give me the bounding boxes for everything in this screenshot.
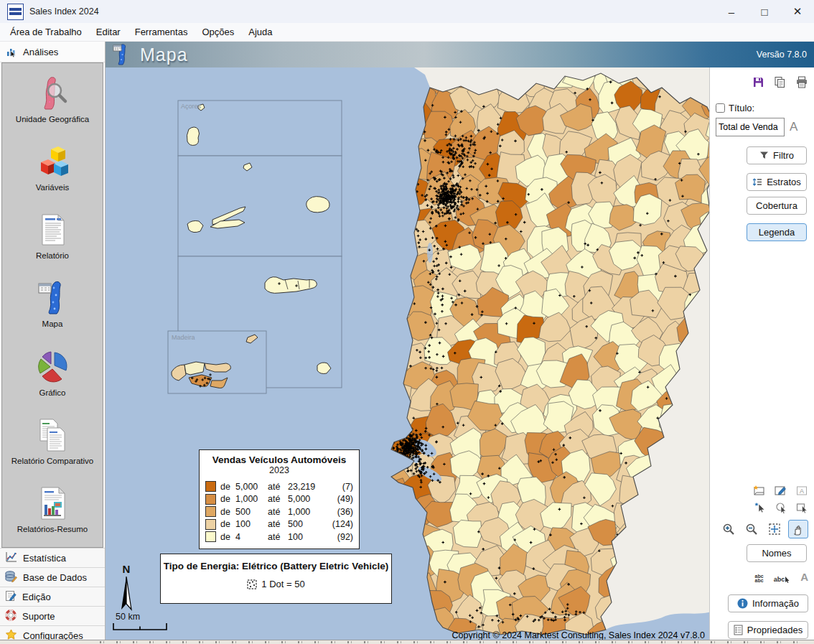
legenda-button[interactable]: Legenda [747,223,807,241]
inset-label: Madeira [172,334,195,341]
bottom-status-strip [0,640,814,644]
sidebar-tool-relatorios-resumo[interactable]: Relatórios-Resumo [2,486,103,534]
relatorio-comparativo-icon [36,418,69,454]
map-info-box: Tipo de Energia: Elétrico (Battery Eletr… [160,554,392,604]
sidebar-header-analises[interactable]: Análises [0,42,105,62]
map-canvas[interactable]: AçoresMadeira Vendas Veículos Automóveis… [106,67,709,644]
text-annotation-icon[interactable]: A [795,485,808,496]
sidebar-section-suporte[interactable]: Suporte [0,606,105,625]
informacao-button[interactable]: Informação [728,594,808,612]
sidebar-section-edicao[interactable]: Edição [0,587,105,606]
estratos-button[interactable]: Estratos [747,173,807,191]
version-label: Versão 7.8.0 [757,50,807,60]
scale-bar: 50 km [111,612,169,634]
pan-hand-button[interactable] [788,520,808,538]
legend-row-1: de1,000até5,000(49) [205,493,353,506]
info-icon [737,598,748,609]
menu-item-4[interactable]: Ajuda [241,24,279,39]
legend-swatch [205,506,216,517]
select-rect-cursor-icon[interactable] [796,502,808,514]
sidebar-tool-relatorio-comparativo[interactable]: Relatório Comparativo [2,418,103,466]
sidebar-tool-variaveis[interactable]: Variáveis [2,144,103,192]
legend-title: Vendas Veículos Automóveis [205,454,353,465]
cobertura-button[interactable]: Cobertura [747,197,807,215]
titulo-input[interactable] [716,118,785,136]
propriedades-button[interactable]: Propriedades [728,621,808,639]
section-label: Base de Dados [23,572,87,583]
titulo-label: Título: [729,103,754,113]
right-panel: Título: A Filtro Estratos Cob [709,67,814,644]
menu-item-1[interactable]: Editar [89,24,128,39]
legend-row-4: de4até100(92) [205,531,353,543]
menu-item-3[interactable]: Opções [195,24,241,39]
base-de-dados-icon [5,571,17,584]
variaveis-icon [35,144,70,181]
tool-label: Relatório [36,251,69,261]
label-select-icon[interactable]: abc [774,577,791,583]
svg-text:A: A [800,487,804,495]
sidebar-section-estatistica[interactable]: Estatística [0,548,105,567]
legend-swatch [205,531,216,542]
font-button[interactable]: A [790,120,797,134]
legend-row-0: de5,000até23,219(7) [205,480,353,493]
close-button[interactable]: ✕ [781,0,814,23]
sort-layers-icon [752,177,762,187]
print-icon[interactable] [795,76,808,88]
page-title: Mapa [140,45,188,65]
edicao-icon [5,590,17,604]
label-all-icon[interactable]: abcabc [755,574,764,583]
section-label: Edição [22,592,51,602]
minimize-button[interactable]: – [715,0,748,23]
island-insets: AçoresMadeira [168,101,342,393]
select-new-cursor-icon[interactable] [754,502,767,514]
north-arrow: N [114,563,139,615]
section-label: Estatística [23,553,66,564]
zoom-extent-button[interactable] [765,521,784,538]
tool-label: Unidade Geográfica [16,115,89,124]
section-label: Suporte [22,611,55,622]
save-icon[interactable] [752,76,764,88]
legend-swatch [205,494,216,505]
maximize-button[interactable]: □ [748,0,781,23]
page-header: Mapa Versão 7.8.0 [106,42,814,67]
sidebar-tool-mapa[interactable]: Mapa [2,281,103,329]
analises-chart-icon [6,46,18,58]
dot-density-icon [247,579,257,589]
zoom-in-button[interactable] [719,521,738,538]
menu-bar: Área de TrabalhoEditarFerramentasOpçõesA… [0,23,814,42]
menu-item-2[interactable]: Ferramentas [128,24,195,39]
app-logo-icon [7,4,24,20]
sidebar: Análises Unidade GeográficaVariáveisRela… [0,42,106,644]
filter-icon [759,151,769,160]
titulo-checkbox[interactable] [716,103,725,113]
grafico-icon [35,350,70,386]
new-annotation-icon[interactable] [752,485,765,496]
sidebar-tool-relatorio[interactable]: Relatório [2,213,103,261]
tool-label: Gráfico [39,388,65,398]
select-circle-cursor-icon[interactable] [775,502,787,514]
unidade-geografica-icon [35,76,70,113]
font-size-icon[interactable]: A [800,571,808,583]
tool-label: Variáveis [36,183,69,192]
title-bar: Sales Index 2024 – □ ✕ [0,0,814,23]
tool-label: Relatório Comparativo [11,457,93,466]
sidebar-header-label: Análises [23,47,58,57]
copyright-text: Copyright © 2024 Marktest Consulting, Sa… [452,630,705,640]
filtro-button[interactable]: Filtro [747,146,807,164]
sidebar-tool-grafico[interactable]: Gráfico [2,350,103,398]
sidebar-tool-unidade-geografica[interactable]: Unidade Geográfica [2,76,103,124]
nomes-button[interactable]: Nomes [747,544,807,562]
legend-swatch [205,481,216,492]
copy-icon[interactable] [774,76,786,88]
zoom-out-button[interactable] [742,521,761,538]
edit-annotation-icon[interactable] [774,485,787,496]
map-banner-icon [113,44,131,65]
info-box-title: Tipo de Energia: Elétrico (Battery Eletr… [161,561,391,571]
estatistica-icon [5,551,17,565]
map-legend: Vendas Veículos Automóveis 2023 de5,000a… [199,449,360,549]
tool-label: Mapa [42,319,63,329]
menu-item-0[interactable]: Área de Trabalho [3,24,89,39]
sidebar-section-base-de-dados[interactable]: Base de Dados [0,567,105,587]
legend-row-3: de100até500(124) [205,518,353,531]
mapa-icon [37,281,68,317]
